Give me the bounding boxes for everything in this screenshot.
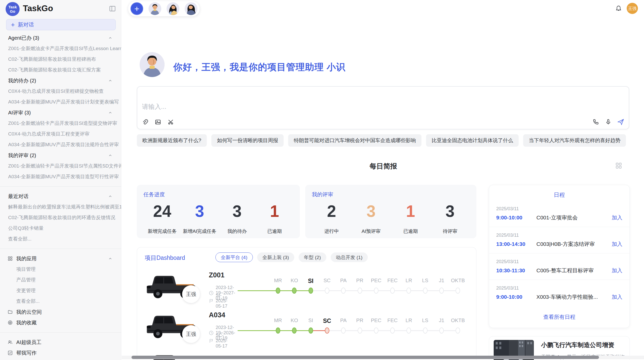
stat-label: 新增AI完成任务 — [181, 228, 218, 235]
sidebar-item[interactable]: 解释最新出台的欧盟报废车法规再生塑料比例被调至15%... — [0, 202, 121, 212]
layout-grid-icon[interactable] — [615, 162, 622, 169]
daily-briefing-title: 每日简报 — [370, 162, 397, 170]
sidebar-item[interactable]: A034-全新新能源MUV产品开发项目造型可行性评审 — [0, 171, 121, 182]
milestone-dot-pec[interactable] — [374, 327, 378, 334]
milestone-dot-lr[interactable] — [406, 288, 411, 294]
project-name[interactable]: Z001 — [209, 271, 225, 279]
image-icon[interactable] — [154, 118, 161, 125]
milestone-dot-pec[interactable] — [374, 288, 378, 294]
sidebar-item-folder[interactable]: 我的云空间 — [0, 307, 121, 317]
attachment-icon[interactable] — [141, 118, 148, 125]
schedule-item[interactable]: 2025/03/1110:30-11:30C005-整车工程目标评审加入 — [489, 253, 630, 280]
suggestion-chip[interactable]: 当下年轻人对汽车外观有怎样的喜好趋势 — [523, 134, 626, 147]
milestone-dot-j1[interactable] — [439, 327, 444, 334]
sidebar-item[interactable]: C02-飞腾新能源轻客改款项目里程碑画布 — [0, 54, 121, 65]
suggestion-chip[interactable]: 欧洲新规最近颁布了什么? — [137, 134, 207, 147]
sidebar-item-my-apps[interactable]: 我的应用 — [0, 253, 121, 264]
sidebar-item[interactable]: C0X4-动力总成开发项目SI里程碑提交物检查 — [0, 86, 121, 97]
view-all-schedule-link[interactable]: 查看所有日程 — [489, 313, 630, 321]
horizontal-scrollbar-thumb[interactable] — [131, 356, 599, 359]
milestone-dot-ko[interactable] — [292, 288, 297, 294]
sidebar-section-header[interactable]: 我的评审 (2) — [0, 150, 121, 161]
sidebar-item-medal[interactable]: 我的收藏 — [0, 317, 121, 328]
milestone-dot-sc[interactable] — [325, 327, 329, 334]
milestone-dot-pa[interactable] — [341, 288, 346, 294]
suggestion-chip[interactable]: 比亚迪全固态电池计划具体说了什么 — [426, 134, 519, 147]
chevron-up-icon[interactable] — [108, 257, 112, 261]
sidebar-item[interactable]: 查看全部... — [0, 234, 121, 244]
sidebar-item[interactable]: 变更管理 — [0, 285, 121, 296]
chat-composer[interactable]: 请输入... — [137, 86, 629, 129]
member-avatar-1[interactable] — [149, 2, 161, 15]
schedule-item[interactable]: 2025/03/1113:00-14:30C003|H0B-方案冻结评审加入 — [489, 227, 630, 253]
dashboard-tab[interactable]: 动总开发 (1) — [331, 252, 368, 262]
sidebar-item[interactable]: Z001-全新燃油轻卡产品开发项目SI造型提交物评审 — [0, 118, 121, 129]
milestone-dot-mr[interactable] — [276, 288, 280, 294]
sidebar-section-recent[interactable]: 最近对话 — [0, 191, 121, 202]
sidebar-tool-users[interactable]: AI超级员工 — [0, 337, 121, 348]
milestone-dot-sc[interactable] — [325, 288, 329, 294]
send-icon[interactable] — [617, 118, 624, 125]
chevron-up-icon[interactable] — [108, 194, 112, 198]
microphone-icon[interactable] — [605, 118, 612, 125]
milestone-dot-oktb[interactable] — [456, 327, 460, 334]
sidebar-item[interactable]: A034-全新新能源MUV产品开发项目法规符合性评审 — [0, 139, 121, 150]
milestone-dot-ko[interactable] — [292, 327, 297, 334]
sidebar-item[interactable]: 公司Q3轻卡销量 — [0, 223, 121, 234]
milestone-dot-fec[interactable] — [390, 288, 395, 294]
member-avatar-3[interactable] — [185, 2, 197, 15]
chevron-up-icon[interactable] — [108, 36, 112, 40]
sidebar-item[interactable]: C0X4-动力总成开发项目工程变更评审 — [0, 129, 121, 139]
milestone-dot-pr[interactable] — [358, 288, 362, 294]
sidebar-section-header[interactable]: 我的待办 (2) — [0, 75, 121, 86]
chevron-up-icon[interactable] — [108, 154, 112, 157]
new-chat-button[interactable]: + 新对话 — [6, 19, 116, 30]
schedule-item[interactable]: 2025/03/119:00-10:00X003-车辆动力学性能验...加入 — [489, 280, 630, 306]
milestone-dot-pa[interactable] — [341, 327, 346, 334]
join-link[interactable]: 加入 — [612, 267, 622, 274]
chevron-up-icon[interactable] — [108, 111, 112, 115]
milestone-dot-lr[interactable] — [406, 327, 411, 334]
sidebar-item[interactable]: 查看全部... — [0, 296, 121, 307]
notification-bell-icon[interactable] — [615, 5, 622, 12]
join-link[interactable]: 加入 — [612, 241, 622, 248]
folder-icon — [8, 309, 13, 315]
chevron-up-icon[interactable] — [108, 79, 112, 83]
project-name[interactable]: A034 — [209, 311, 225, 319]
sidebar-item[interactable]: Z001-全新燃油皮卡产品开发项目SI节点Lesson Learn报告 — [0, 43, 121, 54]
milestone-dot-ls[interactable] — [423, 288, 428, 294]
sidebar-collapse-icon[interactable] — [109, 5, 116, 12]
screenshot-scissors-icon[interactable] — [167, 118, 174, 125]
add-member-button[interactable]: + — [130, 2, 143, 15]
sidebar-item[interactable]: C02-飞腾新能源轻客改款项目的闭环通告反馈情况 — [0, 212, 121, 223]
sidebar-item[interactable]: C02-飞腾新能源轻客改款项目立项汇报方案 — [0, 65, 121, 75]
milestone-dot-oktb[interactable] — [456, 288, 460, 294]
schedule-item[interactable]: 2025/03/119:00-10:00C001-立项审批会加入 — [489, 201, 630, 227]
sidebar-item[interactable]: 产品管理 — [0, 275, 121, 285]
milestone-dot-si[interactable] — [309, 327, 313, 334]
dashboard-tab[interactable]: 全新上装 (3) — [257, 252, 295, 262]
milestone-dot-si[interactable] — [309, 288, 313, 294]
dashboard-tab[interactable]: 年型 (2) — [299, 252, 326, 262]
dashboard-tab[interactable]: 全新平台 (4) — [215, 252, 253, 262]
suggestion-chip[interactable]: 如何写一份清晰的项目周报 — [211, 134, 284, 147]
milestone-dot-mr[interactable] — [276, 327, 280, 334]
member-avatar-2[interactable] — [167, 2, 179, 15]
suggestion-chip[interactable]: 特朗普可能对进口汽车增税会对中国车企造成哪些影响 — [288, 134, 421, 147]
milestone-dot-pr[interactable] — [358, 327, 362, 334]
milestone-dot-fec[interactable] — [390, 327, 395, 334]
sidebar-item[interactable]: A034-全新新能源MUV产品开发项目计划变更表编写 — [0, 97, 121, 107]
sidebar-tool-pen[interactable]: 创意制图 — [0, 358, 121, 360]
logo-line1: Task — [8, 5, 17, 9]
sidebar-tool-write[interactable]: 帮我写作 — [0, 348, 121, 358]
sidebar-section-header[interactable]: AI评审 (3) — [0, 107, 121, 118]
sidebar-item[interactable]: 项目管理 — [0, 264, 121, 275]
join-link[interactable]: 加入 — [612, 214, 622, 221]
join-link[interactable]: 加入 — [612, 293, 622, 301]
sidebar-section-header[interactable]: Agent已办 (3) — [0, 33, 121, 43]
user-avatar[interactable]: 王强 — [627, 3, 638, 14]
milestone-dot-ls[interactable] — [423, 327, 428, 334]
phone-icon[interactable] — [592, 118, 599, 125]
milestone-dot-j1[interactable] — [439, 288, 444, 294]
sidebar-item[interactable]: Z001-全新燃油轻卡产品开发项目SI节点属性5D文件评审 — [0, 161, 121, 171]
